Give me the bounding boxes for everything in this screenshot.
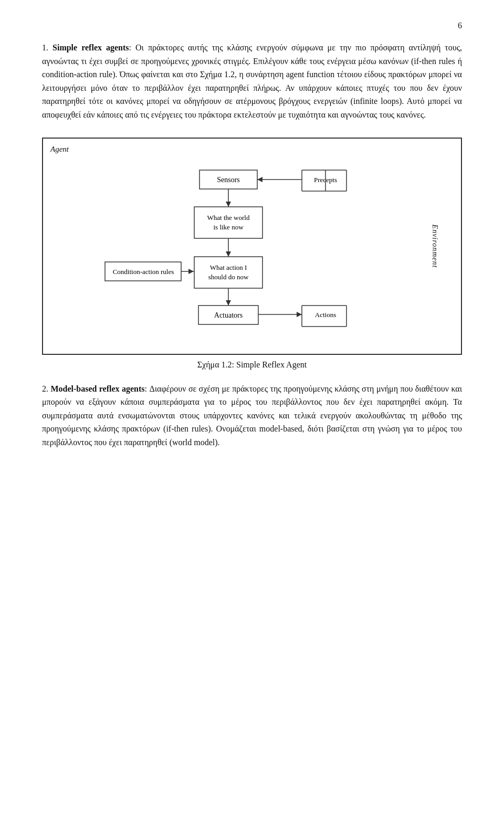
- paragraph-1: 1. Simple reflex agents: Οι πράκτορες αυ…: [42, 41, 462, 122]
- svg-marker-8: [226, 251, 231, 257]
- svg-text:Actions: Actions: [315, 311, 336, 319]
- figure-caption: Σχήμα 1.2: Simple Reflex Agent: [42, 360, 462, 370]
- svg-text:is like now: is like now: [213, 223, 244, 231]
- svg-rect-9: [194, 257, 262, 288]
- p2-text: : Διαφέρουν σε σχέση με πράκτορες της πρ…: [42, 384, 462, 447]
- svg-text:Condition-action rules: Condition-action rules: [113, 268, 174, 276]
- p1-label: 1.: [42, 43, 52, 52]
- svg-rect-4: [194, 207, 262, 238]
- svg-marker-30: [297, 312, 302, 317]
- diagram-wrapper: Agent Environment Sensors What the world…: [42, 138, 462, 355]
- svg-text:should do now: should do now: [208, 273, 249, 281]
- diagram-svg: Sensors What the world is like now What …: [94, 165, 410, 338]
- diagram-inner: Sensors What the world is like now What …: [51, 149, 453, 343]
- page-number: 6: [42, 21, 462, 30]
- paragraph-2: 2. Model-based reflex agents: Διαφέρουν …: [42, 382, 462, 449]
- p2-bold: Model-based reflex agents: [50, 384, 144, 393]
- svg-text:What the world: What the world: [207, 214, 250, 222]
- svg-marker-3: [226, 202, 231, 207]
- p1-text: : Οι πράκτορες αυτής της κλάσης ενεργούν…: [42, 43, 462, 119]
- svg-marker-22: [257, 177, 262, 182]
- svg-text:Actuators: Actuators: [214, 311, 243, 319]
- svg-text:What action I: What action I: [210, 264, 247, 271]
- svg-text:Sensors: Sensors: [217, 176, 240, 184]
- p1-bold: Simple reflex agents: [52, 43, 129, 52]
- p2-number: 2.: [42, 384, 48, 393]
- svg-marker-13: [226, 300, 231, 306]
- svg-marker-19: [188, 269, 194, 274]
